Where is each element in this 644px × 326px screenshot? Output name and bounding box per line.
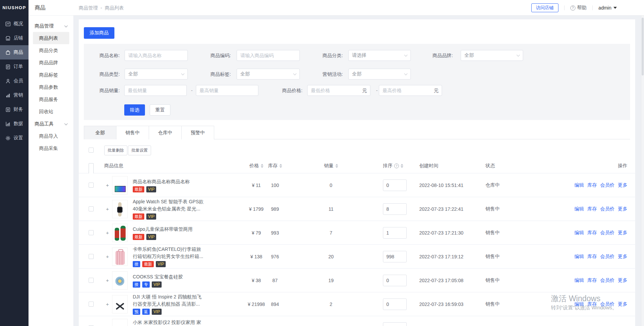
menu-item-goods-category[interactable]: 商品分类: [29, 44, 73, 56]
stock-cell: [261, 316, 289, 326]
expand-row-button[interactable]: +: [106, 197, 109, 221]
user-menu[interactable]: admin: [599, 5, 617, 11]
goods-tag-select[interactable]: 全部: [237, 69, 300, 80]
action-edit[interactable]: 编辑: [574, 254, 584, 260]
tab-in-warehouse[interactable]: 仓库中: [149, 126, 182, 139]
tab-warning[interactable]: 预警中: [182, 126, 214, 139]
goods-brand-select[interactable]: 全部: [461, 50, 523, 61]
expand-row-button[interactable]: +: [106, 245, 109, 269]
sidebar-item-goods[interactable]: 商品: [0, 45, 29, 59]
sidebar-item-orders[interactable]: 订单: [0, 59, 29, 74]
action-more[interactable]: 更多: [618, 206, 627, 212]
product-title: 卡帝乐鳄鱼(CARTELO)行李箱旅: [133, 246, 238, 253]
sort-input[interactable]: [383, 179, 407, 191]
price-unit: 元: [362, 85, 367, 96]
action-edit[interactable]: 编辑: [574, 301, 584, 307]
action-member-price[interactable]: 会员价: [600, 182, 614, 188]
sort-input[interactable]: [383, 251, 407, 262]
row-checkbox[interactable]: [89, 254, 94, 259]
action-stock[interactable]: 库存: [587, 182, 597, 188]
menu-item-goods-params[interactable]: 商品参数: [29, 81, 73, 93]
menu-group-goods-manage[interactable]: 商品管理: [29, 20, 73, 32]
select-value: 全部: [240, 71, 250, 77]
menu-item-goods-list[interactable]: 商品列表: [33, 32, 69, 44]
action-edit[interactable]: 编辑: [574, 206, 584, 212]
breadcrumb-item[interactable]: 商品列表: [105, 5, 124, 11]
sidebar-item-settings[interactable]: 设置: [0, 131, 29, 145]
max-sales-input[interactable]: [196, 85, 258, 96]
action-stock[interactable]: 库存: [587, 277, 597, 284]
menu-item-goods-import[interactable]: 商品导入: [29, 130, 73, 142]
expand-row-button[interactable]: +: [106, 292, 109, 316]
sidebar-item-marketing[interactable]: 营销: [0, 88, 29, 102]
breadcrumb-item[interactable]: 商品管理: [79, 5, 98, 11]
goods-type-select[interactable]: 全部: [125, 69, 188, 80]
sort-input[interactable]: [383, 322, 407, 326]
row-checkbox[interactable]: [89, 206, 94, 211]
tab-on-sale[interactable]: 销售中: [116, 126, 149, 139]
select-all-checkbox[interactable]: [89, 148, 94, 153]
action-more[interactable]: 更多: [618, 301, 627, 307]
action-edit[interactable]: 编辑: [574, 182, 584, 188]
action-more[interactable]: 更多: [618, 254, 627, 260]
reset-button[interactable]: 重置: [150, 104, 170, 116]
sort-input[interactable]: [383, 203, 407, 215]
action-member-price[interactable]: 会员价: [600, 206, 614, 212]
action-stock[interactable]: 库存: [587, 254, 597, 260]
action-stock[interactable]: 库存: [587, 301, 597, 307]
sort-input[interactable]: [383, 275, 407, 286]
action-stock[interactable]: 库存: [587, 230, 597, 236]
tab-all[interactable]: 全部: [84, 126, 116, 139]
action-member-price[interactable]: 会员价: [600, 277, 614, 284]
sort-help-icon[interactable]: [394, 164, 399, 168]
sidebar-item-shop[interactable]: 店铺: [0, 31, 29, 45]
row-checkbox[interactable]: [89, 278, 94, 283]
sort-input[interactable]: [383, 298, 407, 310]
marketing-activity-select[interactable]: 全部: [348, 69, 411, 80]
expand-row-button[interactable]: +: [106, 173, 109, 197]
sidebar-item-overview[interactable]: 概况: [0, 17, 29, 31]
menu-item-goods-label[interactable]: 商品标签: [29, 69, 73, 81]
menu-item-goods-service[interactable]: 商品服务: [29, 93, 73, 105]
max-price-input[interactable]: [379, 85, 442, 96]
row-checkbox[interactable]: [89, 183, 94, 188]
action-more[interactable]: 更多: [618, 182, 627, 188]
menu-item-goods-collect[interactable]: 商品采集: [29, 142, 73, 154]
add-product-button[interactable]: 添加商品: [84, 27, 114, 39]
batch-delete-button[interactable]: 批量删除: [104, 145, 127, 155]
action-member-price[interactable]: 会员价: [600, 230, 614, 236]
visit-shop-button[interactable]: 访问店铺: [531, 3, 558, 12]
sort-toggle-icon[interactable]: [335, 164, 338, 168]
row-checkbox[interactable]: [89, 230, 94, 235]
filter-button[interactable]: 筛选: [124, 104, 145, 116]
scrollbar-thumb[interactable]: [642, 18, 644, 75]
menu-group-goods-tools[interactable]: 商品工具: [29, 118, 73, 130]
batch-setting-button[interactable]: 批量设置: [128, 145, 151, 155]
sort-input[interactable]: [383, 227, 407, 239]
action-edit[interactable]: 编辑: [574, 230, 584, 236]
min-sales-input[interactable]: [124, 85, 187, 96]
expand-row-button[interactable]: +: [106, 221, 109, 245]
menu-item-recycle-bin[interactable]: 回收站: [29, 105, 73, 118]
action-stock[interactable]: 库存: [587, 206, 597, 212]
sidebar-item-members[interactable]: 会员: [0, 74, 29, 88]
menu-item-goods-brand[interactable]: 商品品牌: [29, 56, 73, 69]
action-more[interactable]: 更多: [618, 230, 627, 236]
vertical-scrollbar[interactable]: [641, 16, 644, 326]
sidebar-item-finance[interactable]: 财务: [0, 102, 29, 117]
action-member-price[interactable]: 会员价: [600, 254, 614, 260]
sort-toggle-icon[interactable]: [401, 164, 403, 168]
row-checkbox[interactable]: [89, 302, 94, 307]
goods-name-input[interactable]: [125, 50, 188, 61]
sidebar-item-data[interactable]: 数据: [0, 117, 29, 131]
action-more[interactable]: 更多: [618, 277, 627, 284]
min-price-input[interactable]: [307, 85, 370, 96]
goods-code-input[interactable]: [237, 50, 300, 61]
action-edit[interactable]: 编辑: [574, 277, 584, 284]
created-time: 2022-07-23 17:05:08: [419, 269, 480, 292]
goods-category-select[interactable]: 请选择: [348, 50, 411, 61]
expand-row-button[interactable]: +: [106, 269, 109, 292]
help-menu[interactable]: 帮助: [570, 5, 587, 11]
sort-toggle-icon[interactable]: [279, 164, 282, 168]
action-member-price[interactable]: 会员价: [600, 301, 614, 307]
